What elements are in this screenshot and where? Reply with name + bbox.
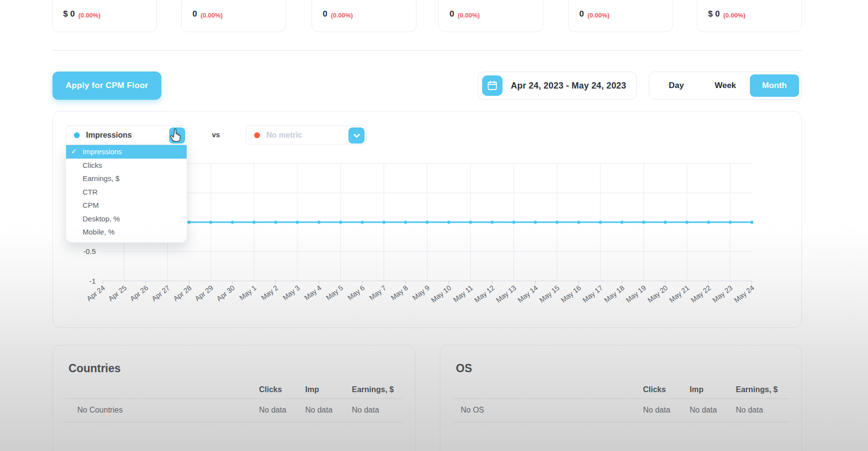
column-header-earnings: Earnings, $ xyxy=(352,385,394,394)
svg-text:May 19: May 19 xyxy=(625,284,647,304)
stat-card: 0 (0.00%) xyxy=(312,0,417,32)
column-header-imp: Imp xyxy=(305,385,319,394)
stat-value: 0 xyxy=(579,9,584,19)
svg-text:May 17: May 17 xyxy=(581,284,604,304)
panel-title: Countries xyxy=(69,362,121,375)
dropdown-item-label: Earnings, $ xyxy=(83,174,120,182)
table-divider xyxy=(65,398,403,399)
dropdown-item-label: Mobile, % xyxy=(83,228,115,236)
table-row-name: No OS xyxy=(461,406,484,415)
svg-text:May 18: May 18 xyxy=(603,284,625,304)
apply-cpm-floor-button[interactable]: Apply for CPM Floor xyxy=(52,72,161,100)
svg-text:Apr 30: Apr 30 xyxy=(215,284,237,303)
table-cell: No data xyxy=(690,406,717,415)
secondary-metric-select[interactable]: No metric xyxy=(246,126,366,145)
column-header-clicks: Clicks xyxy=(259,385,282,394)
svg-text:May 9: May 9 xyxy=(411,284,431,302)
svg-text:May 20: May 20 xyxy=(646,284,669,304)
mouse-cursor-icon xyxy=(169,128,183,144)
svg-text:-0.5: -0.5 xyxy=(83,247,96,255)
range-tab-day[interactable]: Day xyxy=(652,74,701,97)
table-cell: No data xyxy=(643,406,670,415)
dropdown-item-label: Impressions xyxy=(83,147,122,156)
stat-delta: (0.00%) xyxy=(723,12,746,19)
column-header-clicks: Clicks xyxy=(643,385,666,394)
dropdown-item-mobile[interactable]: Mobile, % xyxy=(66,225,187,239)
stat-value: 0 xyxy=(192,9,197,19)
stat-delta: (0.00%) xyxy=(78,12,101,19)
svg-text:May 22: May 22 xyxy=(689,284,712,304)
os-panel: OS Clicks Imp Earnings, $ No OS No data … xyxy=(440,345,802,451)
table-row-name: No Countries xyxy=(77,406,122,415)
svg-text:Apr 27: Apr 27 xyxy=(150,284,172,303)
range-tab-month[interactable]: Month xyxy=(750,74,799,97)
svg-text:May 14: May 14 xyxy=(516,284,539,304)
secondary-metric-placeholder: No metric xyxy=(266,131,302,140)
svg-text:Apr 24: Apr 24 xyxy=(85,284,106,303)
stat-value: $ 0 xyxy=(708,9,720,19)
primary-metric-label: Impressions xyxy=(86,131,132,140)
svg-text:-1: -1 xyxy=(89,277,96,285)
range-tab-week[interactable]: Week xyxy=(701,74,750,97)
table-cell: No data xyxy=(259,406,286,415)
dropdown-item-label: Clicks xyxy=(83,161,102,169)
chart-panel: -1-0.5Apr 24Apr 25Apr 26Apr 27Apr 28Apr … xyxy=(52,111,802,328)
table-divider xyxy=(65,422,403,422)
stat-card: 0 (0.00%) xyxy=(181,0,286,32)
dropdown-item-label: CTR xyxy=(83,188,98,196)
vs-label: vs xyxy=(212,130,220,139)
stat-delta: (0.00%) xyxy=(588,12,610,19)
dashboard-page: $ 0 (0.00%) 0 (0.00%) 0 (0.00%) 0 (0.00%… xyxy=(0,0,868,451)
metric-dot-icon xyxy=(74,132,80,138)
table-divider xyxy=(452,422,790,422)
svg-text:May 7: May 7 xyxy=(368,284,388,302)
dropdown-item-earnings[interactable]: Earnings, $ xyxy=(66,172,187,185)
svg-text:May 4: May 4 xyxy=(303,284,323,302)
svg-text:Apr 25: Apr 25 xyxy=(107,284,128,303)
svg-text:May 13: May 13 xyxy=(495,284,518,304)
dropdown-item-cpm[interactable]: CPM xyxy=(66,198,187,212)
dropdown-item-label: CPM xyxy=(83,201,99,209)
svg-text:Apr 29: Apr 29 xyxy=(193,284,215,303)
svg-text:May 11: May 11 xyxy=(451,284,474,304)
svg-text:May 24: May 24 xyxy=(733,284,756,304)
range-toggle-group: Day Week Month xyxy=(649,72,802,100)
chevron-down-icon[interactable] xyxy=(348,127,365,144)
svg-text:May 2: May 2 xyxy=(260,284,279,302)
dropdown-item-label: Desktop, % xyxy=(83,215,120,223)
table-cell: No data xyxy=(305,406,332,415)
check-icon: ✓ xyxy=(71,147,77,156)
column-header-earnings: Earnings, $ xyxy=(736,385,778,394)
section-divider xyxy=(52,50,802,51)
stat-card: $ 0 (0.00%) xyxy=(697,0,802,32)
dropdown-item-desktop[interactable]: Desktop, % xyxy=(66,212,187,226)
svg-text:May 12: May 12 xyxy=(473,284,496,304)
svg-text:May 1: May 1 xyxy=(238,284,258,302)
column-header-imp: Imp xyxy=(690,385,703,394)
svg-text:May 3: May 3 xyxy=(281,284,301,302)
stat-card: $ 0 (0.00%) xyxy=(52,0,157,32)
calendar-icon[interactable] xyxy=(482,75,503,96)
svg-text:May 15: May 15 xyxy=(538,284,561,304)
stat-value: 0 xyxy=(450,9,454,19)
date-range-text: Apr 24, 2023 - May 24, 2023 xyxy=(511,81,626,91)
table-divider xyxy=(452,398,790,399)
svg-text:Apr 28: Apr 28 xyxy=(172,284,193,303)
metric-dropdown-menu: ✓ Impressions Clicks Earnings, $ CTR CPM… xyxy=(66,145,187,243)
stat-delta: (0.00%) xyxy=(201,12,223,19)
stat-card: 0 (0.00%) xyxy=(438,0,543,32)
svg-text:Apr 26: Apr 26 xyxy=(128,284,150,303)
date-range-picker[interactable]: Apr 24, 2023 - May 24, 2023 xyxy=(478,72,637,100)
svg-text:May 16: May 16 xyxy=(559,284,582,304)
dropdown-item-ctr[interactable]: CTR xyxy=(66,185,187,199)
dropdown-item-clicks[interactable]: Clicks xyxy=(66,159,187,172)
table-cell: No data xyxy=(736,406,763,415)
dropdown-item-impressions[interactable]: ✓ Impressions xyxy=(66,145,187,159)
svg-text:May 21: May 21 xyxy=(668,284,691,304)
svg-text:May 23: May 23 xyxy=(711,284,734,304)
stat-value: $ 0 xyxy=(63,9,75,19)
countries-panel: Countries Clicks Imp Earnings, $ No Coun… xyxy=(52,345,416,451)
svg-text:May 10: May 10 xyxy=(430,284,452,304)
svg-text:May 8: May 8 xyxy=(389,284,409,302)
stat-value: 0 xyxy=(323,9,328,19)
